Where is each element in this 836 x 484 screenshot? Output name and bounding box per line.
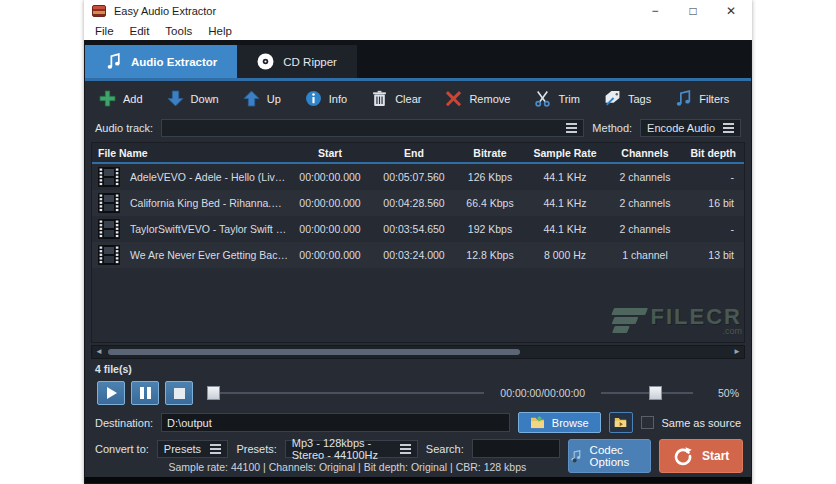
convert-block: Convert to: Presets Presets: Mp3 - 128kb…	[85, 436, 751, 477]
volume-slider[interactable]	[601, 385, 693, 401]
column-header[interactable]: Bitrate	[456, 147, 524, 159]
toolbar-button-label: Remove	[469, 93, 510, 105]
column-header[interactable]: Bit depth	[684, 147, 744, 159]
menu-help[interactable]: Help	[201, 24, 239, 38]
pause-icon	[140, 387, 151, 399]
audio-track-select[interactable]	[161, 119, 584, 137]
presets-select[interactable]: Mp3 - 128kbps - Stereo - 44100Hz	[285, 440, 418, 458]
scroll-left-icon[interactable]: ◄	[92, 346, 106, 358]
volume-percent: 50%	[705, 387, 739, 399]
column-header[interactable]: Channels	[606, 147, 684, 159]
open-destination-button[interactable]	[609, 412, 633, 433]
table-row[interactable]: We Are Never Ever Getting Back Together.…	[92, 242, 744, 268]
trash-icon	[371, 90, 388, 107]
cell: 16 bit	[684, 197, 744, 209]
up-button[interactable]: Up	[237, 86, 295, 111]
presets-value: Mp3 - 128kbps - Stereo - 44100Hz	[292, 437, 392, 461]
convert-to-value: Presets	[164, 443, 201, 455]
volume-thumb[interactable]	[649, 386, 662, 400]
cell: 44.1 KHz	[524, 197, 606, 209]
scrollbar-track[interactable]	[106, 348, 730, 356]
minimize-button[interactable]: −	[648, 1, 662, 21]
horizontal-scrollbar[interactable]: ◄ ►	[91, 345, 745, 359]
scrollbar-thumb[interactable]	[108, 349, 520, 355]
table-row[interactable]: TaylorSwiftVEVO - Taylor Swift - Wildest…	[92, 216, 744, 242]
music-note-icon	[105, 53, 122, 70]
destination-input[interactable]	[161, 413, 510, 432]
column-header[interactable]: Start	[288, 147, 372, 159]
stop-button[interactable]	[165, 381, 193, 405]
remove-button[interactable]: Remove	[439, 86, 524, 111]
codec-note-icon	[569, 448, 582, 464]
cell: 00:00:00.000	[288, 171, 372, 183]
method-select[interactable]: Encode Audio	[640, 119, 741, 137]
arrow-down-icon	[167, 90, 184, 107]
file-count: 4 file(s)	[95, 363, 132, 375]
same-as-source-checkbox[interactable]	[641, 416, 654, 429]
cell: 192 Kbps	[456, 223, 524, 235]
column-header[interactable]: File Name	[92, 147, 288, 159]
toolbar: AddDownUpInfoClearRemoveTrimTagsFilters	[85, 81, 751, 116]
cell: 00:05:07.560	[372, 171, 456, 183]
seek-thumb[interactable]	[207, 386, 220, 400]
column-header[interactable]: End	[372, 147, 456, 159]
filters-button[interactable]: Filters	[669, 86, 743, 111]
title-bar: Easy Audio Extractor − □ ✕	[84, 0, 752, 22]
convert-to-label: Convert to:	[95, 443, 149, 455]
window-controls: − □ ✕	[648, 1, 744, 21]
menu-edit[interactable]: Edit	[123, 24, 157, 38]
film-icon	[92, 219, 126, 239]
scroll-right-icon[interactable]: ►	[730, 346, 744, 358]
scissors-icon	[534, 90, 551, 107]
cell: 44.1 KHz	[524, 223, 606, 235]
info-button[interactable]: Info	[299, 86, 361, 111]
film-icon	[92, 167, 126, 187]
cell: 13 bit	[684, 249, 744, 261]
plus-icon	[99, 90, 116, 107]
method-label: Method:	[592, 122, 632, 134]
cell: -	[684, 171, 744, 183]
app-icon	[92, 5, 106, 17]
codec-options-label: Codec Options	[590, 444, 651, 468]
clear-button[interactable]: Clear	[365, 86, 435, 111]
table-row[interactable]: AdeleVEVO - Adele - Hello (Live at the N…	[92, 164, 744, 190]
tab-label: Audio Extractor	[131, 56, 217, 68]
toolbar-button-label: Clear	[395, 93, 421, 105]
tags-button[interactable]: Tags	[598, 86, 665, 111]
toolbar-button-label: Tags	[628, 93, 651, 105]
codec-options-button[interactable]: Codec Options	[568, 439, 652, 473]
close-button[interactable]: ✕	[724, 1, 738, 21]
browse-button[interactable]: Browse	[518, 412, 601, 433]
info-icon	[305, 90, 322, 107]
open-folder-icon	[530, 416, 545, 429]
down-button[interactable]: Down	[161, 86, 233, 111]
toolbar-button-label: Trim	[558, 93, 580, 105]
dropdown-icon	[566, 123, 577, 133]
add-button[interactable]: Add	[93, 86, 157, 111]
cell: 00:03:54.650	[372, 223, 456, 235]
start-button[interactable]: Start	[659, 439, 743, 473]
menu-tools[interactable]: Tools	[158, 24, 199, 38]
tab-cd-ripper[interactable]: CD Ripper	[237, 45, 357, 78]
search-input[interactable]	[472, 439, 560, 458]
cell: 126 Kbps	[456, 171, 524, 183]
table-row[interactable]: California King Bed - Rihanna.wmv00:00:0…	[92, 190, 744, 216]
maximize-button[interactable]: □	[686, 1, 700, 21]
method-value: Encode Audio	[647, 122, 715, 134]
menu-file[interactable]: File	[88, 24, 121, 38]
cell: 00:00:00.000	[288, 197, 372, 209]
cell: 00:03:24.000	[372, 249, 456, 261]
tab-label: CD Ripper	[283, 56, 337, 68]
seek-slider[interactable]	[207, 385, 484, 401]
audio-track-label: Audio track:	[95, 122, 153, 134]
pause-button[interactable]	[131, 381, 159, 405]
column-header[interactable]: Sample Rate	[524, 147, 606, 159]
app-window: Easy Audio Extractor − □ ✕ File Edit Too…	[84, 0, 752, 484]
convert-to-select[interactable]: Presets	[157, 440, 229, 458]
trim-button[interactable]: Trim	[528, 86, 594, 111]
tab-audio-extractor[interactable]: Audio Extractor	[85, 45, 237, 78]
filecr-logo-icon	[603, 308, 647, 333]
cell: 44.1 KHz	[524, 171, 606, 183]
play-button[interactable]	[97, 381, 125, 405]
desktop: Easy Audio Extractor − □ ✕ File Edit Too…	[0, 0, 836, 484]
